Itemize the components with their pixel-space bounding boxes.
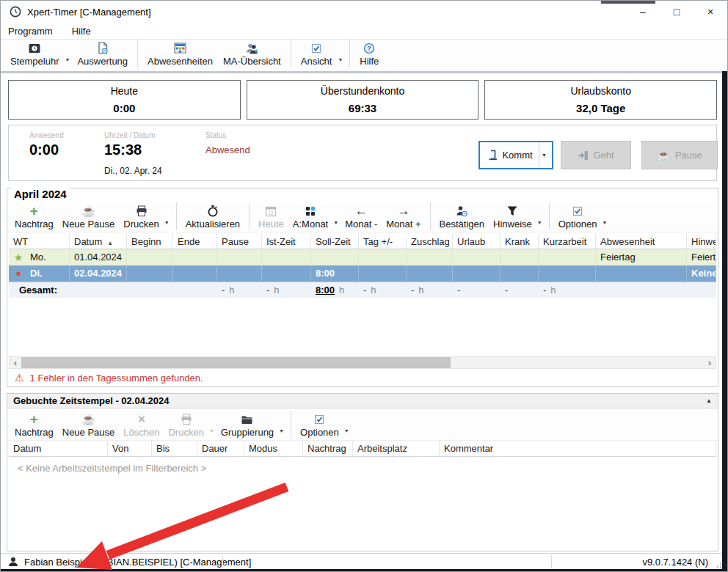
- optionen-dropdown-icon[interactable]: ▼: [343, 428, 352, 440]
- auswertung-button[interactable]: Auswertung: [72, 40, 133, 69]
- column-header-datum[interactable]: Datum▲: [70, 234, 127, 249]
- holiday-star-icon: ★: [13, 253, 23, 262]
- toolbar-separator: [249, 202, 250, 230]
- bestaetigen-button[interactable]: Bestätigen: [435, 202, 489, 232]
- date-value: Di., 02. Apr. 24: [104, 166, 162, 176]
- monat-plus-button[interactable]: → Monat +: [382, 202, 425, 232]
- toolbar-separator: [137, 40, 138, 67]
- geht-button[interactable]: Geht: [561, 141, 631, 169]
- scrollbar-thumb[interactable]: [21, 357, 451, 368]
- column-header-dauer[interactable]: Dauer: [197, 441, 244, 456]
- stempeluhr-button[interactable]: Stempeluhr: [5, 40, 64, 69]
- column-header-krank[interactable]: Krank: [500, 234, 539, 249]
- absence-calendar-icon: [174, 41, 186, 55]
- column-header-modus[interactable]: Modus: [244, 441, 303, 456]
- close-button[interactable]: ×: [694, 1, 727, 23]
- scroll-left-icon[interactable]: ‹: [10, 357, 21, 368]
- app-clock-icon: [10, 6, 21, 18]
- menu-bar: Programm Hilfe: [1, 23, 727, 39]
- column-header-tag-saldo[interactable]: Tag +/-: [359, 234, 407, 249]
- stamps-title: Gebuchte Zeitstempel - 02.04.2024: [13, 395, 169, 406]
- ansicht-dropdown-icon[interactable]: ▼: [337, 57, 345, 69]
- column-header-hinweise[interactable]: Hinweise: [687, 234, 716, 249]
- gruppierung-button[interactable]: Gruppierung: [216, 411, 278, 440]
- warning-icon: ⚠: [15, 372, 24, 384]
- stamps-header[interactable]: Gebuchte Zeitstempel - 02.04.2024 ▲: [7, 394, 718, 408]
- optionen-button[interactable]: Optionen: [296, 411, 343, 440]
- pause-button[interactable]: ☕ Pause: [641, 141, 718, 169]
- status-label: Status: [205, 131, 226, 139]
- column-header-ist-zeit[interactable]: Ist-Zeit: [262, 234, 311, 249]
- column-header-kommentar[interactable]: Kommentar: [440, 441, 716, 456]
- toolbar-separator: [430, 202, 431, 230]
- optionen-button[interactable]: Optionen: [554, 202, 602, 232]
- column-header-datum[interactable]: Datum: [9, 441, 108, 456]
- desktop-edge-right: [722, 71, 727, 571]
- monat-minus-button[interactable]: ← Monat -: [341, 202, 382, 232]
- column-header-nachtrag[interactable]: Nachtrag: [303, 441, 353, 456]
- optionen-dropdown-icon[interactable]: ▼: [601, 220, 609, 232]
- table-row-holiday[interactable]: ★Mo. 01.04.2024 Feiertag Feiertag: [9, 249, 716, 265]
- heute-button[interactable]: 12 Heute: [254, 202, 288, 232]
- collapse-icon[interactable]: ▲: [706, 397, 712, 404]
- button-label: Kommt: [502, 150, 532, 161]
- month-section: April 2024 + Nachtrag ☕ Neue Pause Druck: [7, 188, 718, 387]
- gruppierung-dropdown-icon[interactable]: ▼: [278, 428, 286, 440]
- hinweise-button[interactable]: Hinweise: [489, 202, 536, 232]
- a-monat-button[interactable]: A:Monat: [288, 202, 332, 232]
- hinweise-dropdown-icon[interactable]: ▼: [536, 220, 545, 232]
- column-header-beginn[interactable]: Beginn: [127, 234, 173, 249]
- svg-text:?: ?: [368, 45, 372, 52]
- abwesenheiten-button[interactable]: Abwesenheiten: [142, 40, 218, 69]
- cell-abwesenheit: Feiertag: [596, 249, 687, 265]
- nachtrag-button[interactable]: + Nachtrag: [10, 411, 58, 440]
- column-header-zuschlag[interactable]: Zuschlag: [407, 234, 453, 249]
- kommt-button[interactable]: Kommt ▼: [478, 141, 553, 169]
- table-row-selected[interactable]: ■Di. 02.04.2024 8:00 Keine: [9, 265, 716, 282]
- button-label: Nachtrag: [15, 427, 54, 438]
- column-header-arbeitsplatz[interactable]: Arbeitsplatz: [353, 441, 440, 456]
- a-monat-dropdown-icon[interactable]: ▼: [332, 220, 341, 232]
- stamps-empty-area: [7, 474, 718, 551]
- maximize-button[interactable]: □: [660, 1, 694, 23]
- drucken-dropdown-icon[interactable]: ▼: [164, 220, 172, 232]
- horizontal-scrollbar[interactable]: ‹ ›: [9, 356, 716, 369]
- neue-pause-button[interactable]: ☕ Neue Pause: [58, 411, 120, 440]
- card-title: Urlaubskonto: [485, 85, 716, 97]
- button-label: Löschen: [123, 427, 159, 438]
- ma-uebersicht-button[interactable]: MA-Übersicht: [218, 40, 286, 69]
- sort-asc-icon: ▲: [107, 240, 113, 246]
- column-header-von[interactable]: Von: [108, 441, 152, 456]
- button-label: Abwesenheiten: [148, 56, 213, 67]
- scroll-right-icon[interactable]: ›: [704, 357, 716, 368]
- hilfe-button[interactable]: ? Hilfe: [354, 40, 384, 69]
- loeschen-button[interactable]: × Löschen: [119, 411, 164, 440]
- column-header-ende[interactable]: Ende: [173, 234, 217, 249]
- column-header-urlaub[interactable]: Urlaub: [453, 234, 500, 249]
- arrow-right-icon: →: [397, 204, 410, 218]
- menu-hilfe[interactable]: Hilfe: [72, 26, 91, 37]
- stempeluhr-dropdown-icon[interactable]: ▼: [64, 57, 72, 69]
- title-bar: Xpert-Timer [C-Management] – □ ×: [1, 1, 727, 23]
- column-header-pause[interactable]: Pause: [217, 234, 262, 249]
- drucken-button[interactable]: Drucken: [119, 202, 163, 232]
- ansicht-button[interactable]: Ansicht: [296, 40, 338, 69]
- drucken-dropdown-icon[interactable]: ▼: [208, 428, 216, 440]
- drucken-button[interactable]: Drucken: [164, 411, 208, 440]
- cell-soll-zeit: 8:00: [311, 265, 359, 282]
- minimize-button[interactable]: –: [626, 1, 660, 23]
- column-header-abwesenheit[interactable]: Abwesenheit: [596, 234, 687, 249]
- column-header-kurzarbeit[interactable]: Kurzarbeit: [539, 234, 596, 249]
- aktualisieren-button[interactable]: Aktualisieren: [181, 202, 244, 232]
- menu-programm[interactable]: Programm: [8, 26, 53, 37]
- nachtrag-button[interactable]: + Nachtrag: [10, 202, 58, 232]
- column-header-soll-zeit[interactable]: Soll-Zeit: [311, 234, 359, 249]
- report-document-icon: [97, 41, 109, 55]
- filter-funnel-icon: [506, 204, 518, 218]
- column-header-bis[interactable]: Bis: [152, 441, 197, 456]
- column-header-wt[interactable]: WT: [9, 234, 70, 249]
- neue-pause-button[interactable]: ☕ Neue Pause: [58, 202, 120, 232]
- table-row-total: Gesamt: -h -h 8:00h -h -h - - -h: [9, 282, 716, 298]
- stamps-header-row: Datum Von Bis Dauer Modus Nachtrag Arbei…: [9, 441, 716, 457]
- kommt-dropdown-icon[interactable]: ▼: [539, 142, 550, 168]
